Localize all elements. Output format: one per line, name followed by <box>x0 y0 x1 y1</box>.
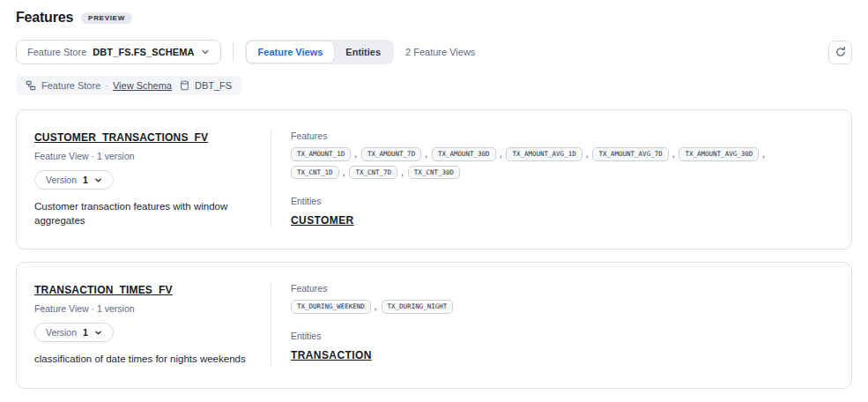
version-value: 1 <box>83 327 88 338</box>
feature-chip: TX_DURING_WEEKEND <box>291 300 371 314</box>
version-label: Version <box>46 327 77 338</box>
version-selector[interactable]: Version 1 <box>34 170 114 190</box>
entities-section-label: Entities <box>291 196 830 206</box>
breadcrumb-separator: · <box>105 80 108 91</box>
entity-link[interactable]: CUSTOMER <box>291 214 354 227</box>
feature-views-count: 2 Feature Views <box>405 47 475 57</box>
feature-chip: TX_CNT_30D <box>408 166 460 180</box>
feature-chip: TX_AMOUNT_30D <box>432 147 496 161</box>
version-label: Version <box>46 175 77 185</box>
feature-chip: TX_AMOUNT_7D <box>361 147 421 161</box>
features-section-label: Features <box>291 130 830 141</box>
feature-chip: TX_CNT_1D <box>291 166 339 180</box>
feature-store-icon <box>26 80 36 91</box>
breadcrumb: Feature Store · View Schema DBT_FS <box>16 76 241 95</box>
feature-chip: TX_AMOUNT_AVG_30D <box>679 147 759 161</box>
card-details: Features TX_AMOUNT_1DTX_AMOUNT_7DTX_AMOU… <box>271 129 851 227</box>
card-title-link[interactable]: CUSTOMER_TRANSACTIONS_FV <box>34 131 208 144</box>
version-value: 1 <box>83 175 88 185</box>
feature-chip: TX_AMOUNT_AVG_7D <box>592 147 668 161</box>
database-icon <box>180 80 189 91</box>
features-page: Features PREVIEW Feature Store DBT_FS.FS… <box>0 0 868 389</box>
card-description: classification of date times for nights … <box>34 353 248 367</box>
toolbar-divider <box>233 42 234 62</box>
chevron-down-icon <box>201 48 210 56</box>
chevron-down-icon <box>94 329 102 337</box>
entity-link[interactable]: TRANSACTION <box>291 349 372 361</box>
card-description: Customer transaction features with windo… <box>34 200 248 227</box>
card-subtitle: Feature View · 1 version <box>34 151 248 161</box>
entities-section-label: Entities <box>291 331 830 341</box>
feature-chip: TX_AMOUNT_1D <box>291 147 351 161</box>
refresh-icon <box>835 46 847 58</box>
version-selector[interactable]: Version 1 <box>34 323 114 342</box>
card-subtitle: Feature View · 1 version <box>34 303 248 314</box>
view-toggle: Feature Views Entities <box>245 40 395 64</box>
feature-store-selector[interactable]: Feature Store DBT_FS.FS_SCHEMA <box>16 40 221 64</box>
card-title-link[interactable]: TRANSACTION_TIMES_FV <box>34 284 173 296</box>
feature-view-card-customer-transactions: CUSTOMER_TRANSACTIONS_FV Feature View · … <box>16 109 852 249</box>
feature-chip-list: TX_DURING_WEEKENDTX_DURING_NIGHT <box>291 300 820 314</box>
database-name: DBT_FS <box>195 80 232 91</box>
card-summary: TRANSACTION_TIMES_FV Feature View · 1 ve… <box>17 281 271 367</box>
page-title: Features <box>16 10 73 26</box>
breadcrumb-row: Feature Store · View Schema DBT_FS <box>16 76 852 95</box>
breadcrumb-store-label: Feature Store <box>41 80 100 91</box>
entities-section: Entities CUSTOMER <box>291 196 830 227</box>
feature-chip-list: TX_AMOUNT_1DTX_AMOUNT_7DTX_AMOUNT_30DTX_… <box>291 147 820 179</box>
feature-chip: TX_DURING_NIGHT <box>382 300 454 314</box>
feature-store-label: Feature Store <box>27 47 86 57</box>
feature-chip: TX_AMOUNT_AVG_1D <box>506 147 582 161</box>
view-schema-link[interactable]: View Schema <box>113 80 172 91</box>
features-section-label: Features <box>291 283 830 294</box>
card-details: Features TX_DURING_WEEKENDTX_DURING_NIGH… <box>271 281 851 367</box>
feature-chip: TX_CNT_7D <box>349 166 397 180</box>
tab-entities[interactable]: Entities <box>334 41 392 63</box>
feature-view-card-transaction-times: TRANSACTION_TIMES_FV Feature View · 1 ve… <box>16 262 852 389</box>
tab-feature-views[interactable]: Feature Views <box>247 41 335 63</box>
page-header: Features PREVIEW <box>16 9 852 26</box>
feature-store-value: DBT_FS.FS_SCHEMA <box>93 47 194 57</box>
entities-section: Entities TRANSACTION <box>291 331 830 362</box>
entity-list: TRANSACTION <box>291 346 830 362</box>
entity-list: CUSTOMER <box>291 212 830 227</box>
card-summary: CUSTOMER_TRANSACTIONS_FV Feature View · … <box>17 129 271 227</box>
preview-badge: PREVIEW <box>81 12 132 24</box>
refresh-button[interactable] <box>828 41 852 64</box>
toolbar: Feature Store DBT_FS.FS_SCHEMA Feature V… <box>16 40 852 64</box>
chevron-down-icon <box>94 176 102 184</box>
